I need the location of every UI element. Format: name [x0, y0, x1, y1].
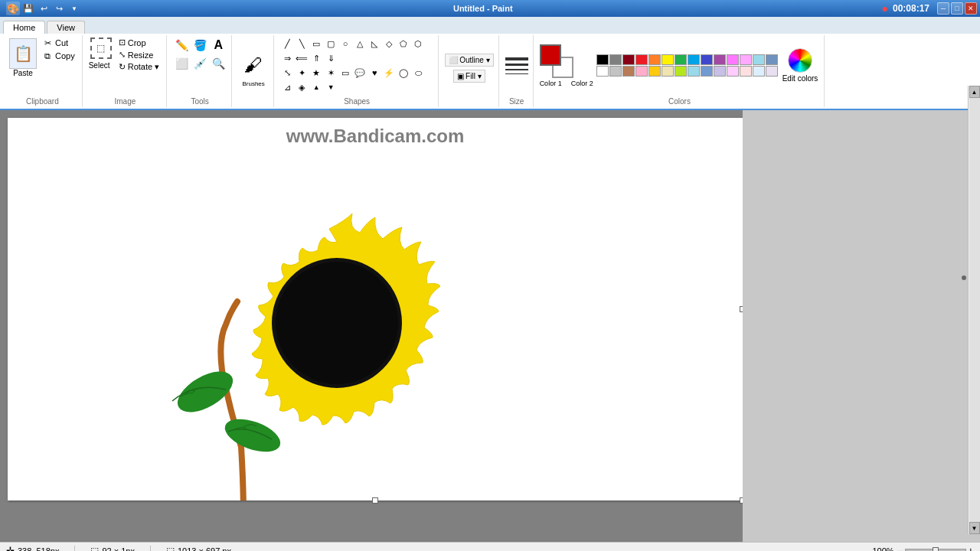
shape-rtriangle[interactable]: ◺ — [368, 37, 381, 51]
vertical-scrollbar[interactable]: ▲ ▼ — [968, 110, 980, 534]
zoom-thumb[interactable] — [933, 547, 939, 552]
color-blue[interactable] — [701, 54, 713, 65]
color-pink[interactable] — [727, 54, 739, 65]
text-tool[interactable]: A — [210, 37, 227, 54]
size-line2[interactable] — [505, 64, 528, 66]
eraser-tool[interactable]: ⬜ — [173, 55, 190, 72]
color-gold[interactable] — [648, 66, 661, 77]
zoom-plus-btn[interactable]: + — [968, 545, 974, 552]
color-ghostwhite[interactable] — [766, 66, 778, 77]
shape-rect[interactable]: ▭ — [309, 37, 323, 51]
shape-triangle[interactable]: △ — [353, 37, 367, 51]
size-line1[interactable] — [505, 57, 528, 60]
shape-oval[interactable]: ○ — [338, 37, 352, 51]
maximize-button[interactable]: □ — [951, 2, 963, 15]
shape-heart[interactable]: ♥ — [368, 66, 381, 80]
shape-rounded-rect[interactable]: ▢ — [324, 37, 338, 51]
color-skyblue[interactable] — [753, 54, 765, 65]
tab-home[interactable]: Home — [3, 21, 45, 34]
color-cornflower[interactable] — [701, 66, 713, 77]
app-menu-button[interactable]: 🎨 — [6, 2, 20, 15]
shape-arrow-d[interactable]: ⇓ — [324, 51, 338, 65]
shape-callout[interactable]: 💬 — [353, 66, 367, 80]
scroll-down-btn[interactable]: ▼ — [969, 522, 980, 534]
shape-arrow-u[interactable]: ⇑ — [309, 51, 323, 65]
scroll-up[interactable]: ▲ — [309, 80, 323, 94]
size-line3[interactable] — [505, 69, 528, 70]
fill-dropdown[interactable]: ▣ Fill ▾ — [453, 70, 485, 83]
color-purple[interactable] — [714, 54, 726, 65]
color-red[interactable] — [635, 54, 648, 65]
zoom-minus-btn[interactable]: − — [897, 545, 903, 552]
resize-button[interactable]: ⤡ Resize — [116, 49, 162, 60]
color-lightpink[interactable] — [740, 54, 752, 65]
canvas-resize-bottom[interactable] — [372, 497, 378, 504]
canvas-resize-corner[interactable] — [740, 497, 743, 504]
copy-button[interactable]: ⧉ Copy — [40, 50, 77, 62]
shape-star5[interactable]: ★ — [309, 66, 323, 80]
color-steelblue[interactable] — [766, 54, 778, 65]
color-orange[interactable] — [648, 54, 661, 65]
fill-tool[interactable]: 🪣 — [191, 37, 208, 54]
brushes-button[interactable]: 🖌 Brushes — [238, 48, 269, 89]
shape-diagonal2[interactable]: ╲ — [295, 37, 309, 51]
shape-misc3[interactable]: ⊿ — [280, 80, 294, 94]
shape-misc4[interactable]: ◈ — [295, 80, 309, 94]
edit-colors-button[interactable]: Edit colors — [781, 47, 820, 84]
shape-rounded-rect2[interactable]: ▭ — [338, 66, 352, 80]
minimize-button[interactable]: ─ — [937, 2, 949, 15]
select-label[interactable]: Select — [89, 61, 110, 70]
save-button[interactable]: 💾 — [21, 2, 35, 15]
color-brown[interactable] — [622, 66, 635, 77]
shape-diagonal1[interactable]: ╱ — [280, 37, 294, 51]
magnify-tool[interactable]: 🔍 — [210, 55, 227, 72]
canvas-resize-right[interactable] — [740, 306, 743, 312]
color-salmon[interactable] — [635, 66, 648, 77]
color-yellow[interactable] — [662, 54, 674, 65]
color-aliceblue[interactable] — [753, 66, 765, 77]
color-lime[interactable] — [675, 66, 687, 77]
cut-button[interactable]: ✂ Cut — [40, 37, 77, 49]
color-gray[interactable] — [609, 54, 622, 65]
shape-lightning[interactable]: ⚡ — [382, 66, 396, 80]
pencil-tool[interactable]: ✏️ — [173, 37, 190, 54]
color1-swatch[interactable] — [540, 44, 561, 66]
size-line4[interactable] — [505, 73, 528, 74]
scroll-down[interactable]: ▼ — [324, 80, 338, 94]
tab-view[interactable]: View — [47, 21, 85, 34]
canvas-container[interactable]: www.Bandicam.com — [0, 110, 743, 542]
color-lavender[interactable] — [714, 66, 726, 77]
color-cream[interactable] — [662, 66, 674, 77]
color-paleblue[interactable] — [688, 66, 700, 77]
shape-misc1[interactable]: ◯ — [397, 66, 410, 80]
shape-star4[interactable]: ✦ — [295, 66, 309, 80]
shape-hexagon[interactable]: ⬡ — [411, 37, 425, 51]
picker-tool[interactable]: 💉 — [191, 55, 208, 72]
close-button[interactable]: ✕ — [965, 2, 977, 15]
redo-button[interactable]: ↪ — [52, 2, 66, 15]
color-lightgray[interactable] — [609, 66, 622, 77]
color-rose[interactable] — [727, 66, 739, 77]
color-black[interactable] — [596, 54, 609, 65]
shape-4arrow[interactable]: ⤡ — [280, 66, 294, 80]
shape-diamond[interactable]: ◇ — [382, 37, 396, 51]
shape-pentagon[interactable]: ⬠ — [397, 37, 410, 51]
zoom-track[interactable] — [905, 549, 966, 552]
drawing-canvas[interactable]: www.Bandicam.com — [8, 118, 743, 500]
shape-misc2[interactable]: ⬭ — [411, 66, 425, 80]
shape-star6[interactable]: ✶ — [324, 66, 338, 80]
color-lightblue[interactable] — [688, 54, 700, 65]
outline-dropdown[interactable]: ⬜ Outline ▾ — [445, 54, 493, 67]
qa-dropdown[interactable]: ▼ — [67, 2, 81, 15]
color-mistyrose[interactable] — [740, 66, 752, 77]
color-darkred[interactable] — [622, 54, 635, 65]
rotate-button[interactable]: ↻ Rotate ▾ — [116, 61, 162, 73]
crop-button[interactable]: ⊡ Crop — [116, 37, 162, 48]
zoom-slider[interactable]: − + — [897, 545, 974, 552]
undo-button[interactable]: ↩ — [37, 2, 51, 15]
paste-button[interactable]: 📋 Paste — [8, 37, 38, 79]
shape-arrow-l[interactable]: ⟸ — [295, 51, 309, 65]
color-white[interactable] — [596, 66, 609, 77]
shape-arrow-r[interactable]: ⇒ — [280, 51, 294, 65]
select-button[interactable]: ⬚ — [89, 37, 113, 60]
